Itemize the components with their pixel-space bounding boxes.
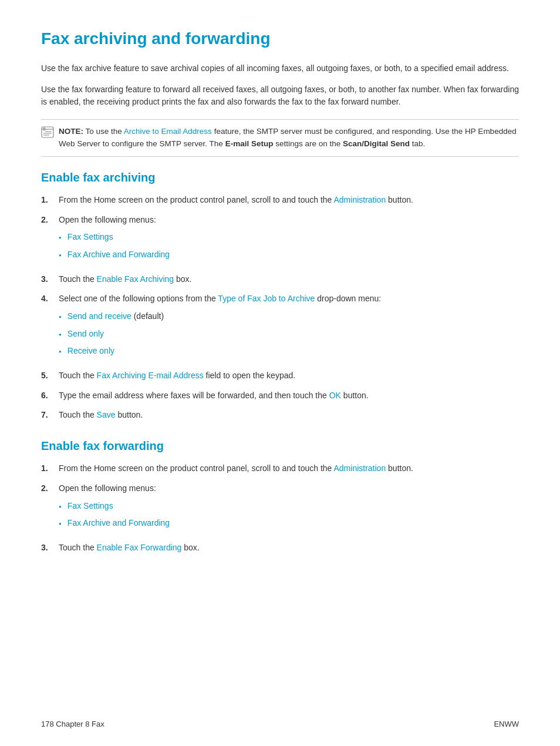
page-footer: 178 Chapter 8 Fax ENWW — [41, 720, 519, 728]
link-send-only[interactable]: Send only — [68, 328, 104, 341]
option-send-receive: ● Send and receive (default) — [59, 310, 519, 323]
link-send-receive[interactable]: Send and receive — [68, 311, 131, 321]
note-text-before: To use the — [83, 127, 124, 136]
step-num-7: 7. — [41, 409, 59, 422]
step-num-4: 4. — [41, 293, 59, 362]
note-box: NOTE: To use the Archive to Email Addres… — [41, 119, 519, 157]
bullet-1: ● — [59, 234, 62, 241]
section1-options-list: ● Send and receive (default) ● Send only… — [59, 310, 519, 358]
link-type-fax-job[interactable]: Type of Fax Job to Archive — [218, 294, 315, 303]
s2-bullet-1: ● — [59, 503, 62, 510]
step-num-5: 5. — [41, 369, 59, 382]
option-send-receive-text: Send and receive (default) — [68, 310, 164, 323]
step-5-content: Touch the Fax Archiving E-mail Address f… — [59, 369, 519, 382]
step-2-content: Open the following menus: ● Fax Settings… — [59, 214, 519, 266]
s2-step-num-1: 1. — [41, 462, 59, 475]
section2-step-3: 3. Touch the Enable Fax Forwarding box. — [41, 542, 519, 555]
step-num-6: 6. — [41, 389, 59, 402]
step-7-content: Touch the Save button. — [59, 409, 519, 422]
s2-bullet-2: ● — [59, 520, 62, 527]
step-4-content: Select one of the following options from… — [59, 293, 519, 362]
section2-submenu-list: ● Fax Settings ● Fax Archive and Forward… — [59, 500, 519, 530]
s2-step-2-content: Open the following menus: ● Fax Settings… — [59, 482, 519, 535]
note-content: NOTE: To use the Archive to Email Addres… — [59, 126, 519, 150]
section1-step-1: 1. From the Home screen on the product c… — [41, 194, 519, 207]
note-text-after: settings are on the — [273, 139, 343, 148]
link-administration-2[interactable]: Administration — [333, 463, 386, 473]
link-receive-only[interactable]: Receive only — [68, 345, 114, 358]
section1-step-6: 6. Type the email address where faxes wi… — [41, 389, 519, 402]
step-1-content: From the Home screen on the product cont… — [59, 194, 519, 207]
link-fax-archive-forwarding-1[interactable]: Fax Archive and Forwarding — [68, 248, 170, 261]
footer-right: ENWW — [494, 720, 519, 728]
section2-steps-list: 1. From the Home screen on the product c… — [41, 462, 519, 554]
intro-paragraph-2: Use the fax forwarding feature to forwar… — [41, 83, 519, 109]
link-save-button[interactable]: Save — [97, 410, 116, 419]
footer-left: 178 Chapter 8 Fax — [41, 720, 104, 728]
section2-title: Enable fax forwarding — [41, 439, 519, 453]
link-fax-settings-2[interactable]: Fax Settings — [68, 500, 113, 513]
link-fax-archiving-email[interactable]: Fax Archiving E-mail Address — [97, 371, 204, 380]
step-num-3: 3. — [41, 273, 59, 286]
section2-step-2: 2. Open the following menus: ● Fax Setti… — [41, 482, 519, 535]
s2-step-num-2: 2. — [41, 482, 59, 535]
section1-step-3: 3. Touch the Enable Fax Archiving box. — [41, 273, 519, 286]
note-label: NOTE: — [59, 127, 83, 136]
section1-step-5: 5. Touch the Fax Archiving E-mail Addres… — [41, 369, 519, 382]
note-text-end: tab. — [410, 139, 425, 148]
note-link-archive-email[interactable]: Archive to Email Address — [124, 127, 212, 136]
s2-step-num-3: 3. — [41, 542, 59, 555]
page-title: Fax archiving and forwarding — [41, 29, 519, 48]
section2-step-1: 1. From the Home screen on the product c… — [41, 462, 519, 475]
step-num-2: 2. — [41, 214, 59, 266]
link-enable-fax-forwarding[interactable]: Enable Fax Forwarding — [97, 543, 182, 552]
step-3-content: Touch the Enable Fax Archiving box. — [59, 273, 519, 286]
note-icon — [41, 126, 54, 140]
section1-step-2: 2. Open the following menus: ● Fax Setti… — [41, 214, 519, 266]
link-administration-1[interactable]: Administration — [333, 195, 386, 204]
intro-paragraph-1: Use the fax archive feature to save arch… — [41, 62, 519, 75]
section1-step-4: 4. Select one of the following options f… — [41, 293, 519, 362]
s2-step-1-content: From the Home screen on the product cont… — [59, 462, 519, 475]
bullet-2: ● — [59, 252, 62, 259]
note-scan-digital-send: Scan/Digital Send — [343, 139, 410, 148]
submenu-item-fax-archive-1: ● Fax Archive and Forwarding — [59, 248, 519, 261]
link-fax-settings-1[interactable]: Fax Settings — [68, 231, 113, 244]
bullet-4: ● — [59, 331, 62, 338]
section1-submenu-list: ● Fax Settings ● Fax Archive and Forward… — [59, 231, 519, 261]
option-send-only: ● Send only — [59, 328, 519, 341]
section1-steps-list: 1. From the Home screen on the product c… — [41, 194, 519, 422]
s2-submenu-item-fax-settings: ● Fax Settings — [59, 500, 519, 513]
link-ok-button[interactable]: OK — [329, 391, 341, 400]
bullet-3: ● — [59, 314, 62, 321]
s2-step-3-content: Touch the Enable Fax Forwarding box. — [59, 542, 519, 555]
link-enable-fax-archiving[interactable]: Enable Fax Archiving — [97, 274, 174, 284]
step-6-content: Type the email address where faxes will … — [59, 389, 519, 402]
section1-title: Enable fax archiving — [41, 171, 519, 184]
submenu-item-fax-settings-1: ● Fax Settings — [59, 231, 519, 244]
option-receive-only: ● Receive only — [59, 345, 519, 358]
section1-step-7: 7. Touch the Save button. — [41, 409, 519, 422]
bullet-5: ● — [59, 348, 62, 355]
note-email-setup: E-mail Setup — [225, 139, 274, 148]
s2-submenu-item-fax-archive: ● Fax Archive and Forwarding — [59, 517, 519, 530]
step-num-1: 1. — [41, 194, 59, 207]
link-fax-archive-forwarding-2[interactable]: Fax Archive and Forwarding — [68, 517, 170, 530]
